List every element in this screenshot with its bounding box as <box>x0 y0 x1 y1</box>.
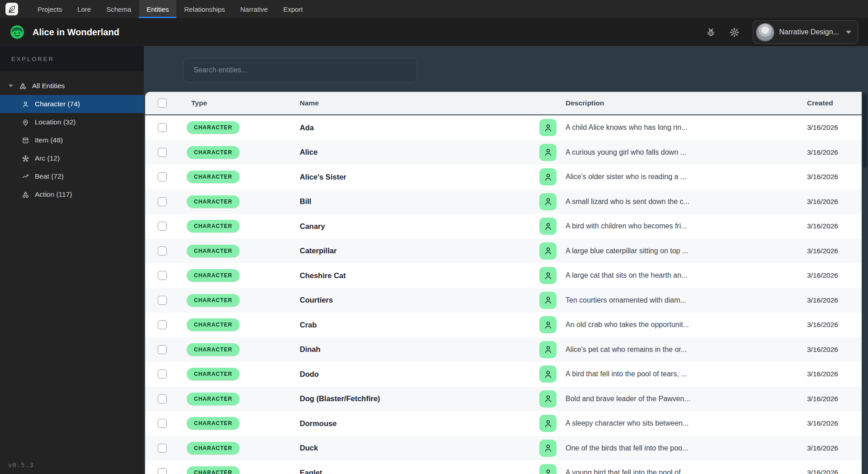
table-header-row: Type Name Description Created <box>145 92 868 115</box>
character-avatar <box>539 292 557 309</box>
entity-name[interactable]: Caterpillar <box>300 246 539 255</box>
type-badge: CHARACTER <box>187 393 240 405</box>
table-row[interactable]: CHARACTERCaterpillarA large blue caterpi… <box>145 239 868 264</box>
entity-name[interactable]: Alice <box>300 148 539 156</box>
app-logo[interactable] <box>5 3 18 15</box>
entity-name[interactable]: Dinah <box>300 345 539 354</box>
entity-name[interactable]: Eaglet <box>300 469 539 474</box>
row-checkbox[interactable] <box>158 444 167 453</box>
row-checkbox[interactable] <box>158 246 167 256</box>
header-actions: Narrative Design... <box>706 20 868 44</box>
entity-name[interactable]: Dormouse <box>300 419 539 428</box>
tab-relationships[interactable]: Relationships <box>176 0 232 18</box>
settings-button[interactable] <box>729 27 740 38</box>
tab-schema[interactable]: Schema <box>99 0 139 18</box>
sidebar-item-character-74[interactable]: Character (74) <box>0 95 144 113</box>
entity-name[interactable]: Bill <box>300 197 539 206</box>
row-checkbox[interactable] <box>158 197 167 206</box>
table-row[interactable]: CHARACTERCanaryA bird with children who … <box>145 214 868 239</box>
tab-entities[interactable]: Entities <box>139 0 176 18</box>
table-row[interactable]: CHARACTERAdaA child Alice knows who has … <box>145 115 868 140</box>
entity-name[interactable]: Ada <box>300 123 539 132</box>
row-checkbox[interactable] <box>158 320 167 329</box>
table-row[interactable]: CHARACTERDog (Blaster/Fetchfire)Bold and… <box>145 387 868 412</box>
sidebar-item-beat-72[interactable]: Beat (72) <box>0 167 144 185</box>
table-body: CHARACTERAdaA child Alice knows who has … <box>145 115 868 474</box>
table-row[interactable]: CHARACTERCheshire CatA large cat that si… <box>145 263 868 288</box>
entity-name[interactable]: Alice's Sister <box>300 173 539 181</box>
entity-description: Ten courtiers ornamented with diam... <box>566 296 807 304</box>
type-badge: CHARACTER <box>187 195 240 208</box>
character-avatar <box>539 267 557 284</box>
entity-created-date: 3/16/2026 <box>807 271 868 280</box>
bug-report-button[interactable] <box>706 27 717 38</box>
character-avatar <box>539 390 557 408</box>
network-icon <box>22 155 29 162</box>
account-menu[interactable]: Narrative Design... <box>753 20 859 44</box>
type-badge: CHARACTER <box>187 417 240 430</box>
row-checkbox[interactable] <box>158 148 167 157</box>
row-checkbox[interactable] <box>158 370 167 379</box>
entity-name[interactable]: Crab <box>300 321 539 329</box>
entity-name[interactable]: Dodo <box>300 370 539 379</box>
expand-caret-icon[interactable] <box>9 85 13 87</box>
sidebar-item-all-entities[interactable]: All Entities <box>0 77 144 95</box>
table-row[interactable]: CHARACTERDodoA bird that fell into the p… <box>145 362 868 387</box>
type-badge: CHARACTER <box>187 294 240 307</box>
tab-export[interactable]: Export <box>275 0 310 18</box>
character-avatar <box>539 365 557 383</box>
table-row[interactable]: CHARACTERCrabAn old crab who takes the o… <box>145 313 868 337</box>
sidebar-item-item-48[interactable]: Item (48) <box>0 131 144 149</box>
table-row[interactable]: CHARACTERDormouseA sleepy character who … <box>145 411 868 436</box>
column-header-description: Description <box>566 99 807 107</box>
table-row[interactable]: CHARACTEREagletA young bird that fell in… <box>145 460 868 474</box>
character-avatar <box>539 316 557 333</box>
row-checkbox[interactable] <box>158 296 167 305</box>
table-row[interactable]: CHARACTERCourtiersTen courtiers ornament… <box>145 288 868 313</box>
sidebar-item-action-117[interactable]: Action (117) <box>0 185 144 204</box>
sidebar-item-label: Character (74) <box>35 100 80 108</box>
select-all-checkbox[interactable] <box>158 99 167 108</box>
tab-projects[interactable]: Projects <box>30 0 70 18</box>
type-badge: CHARACTER <box>187 368 240 380</box>
column-header-name: Name <box>300 99 539 107</box>
scrollbar-thumb[interactable] <box>863 94 867 168</box>
search-input[interactable] <box>183 58 417 82</box>
row-checkbox[interactable] <box>158 345 167 354</box>
entity-tree: All EntitiesCharacter (74)Location (32)I… <box>0 71 144 204</box>
table-row[interactable]: CHARACTERAlice's SisterAlice's older sis… <box>145 165 868 190</box>
row-checkbox[interactable] <box>158 394 167 403</box>
person-icon <box>22 100 29 108</box>
entity-name[interactable]: Cheshire Cat <box>300 271 539 280</box>
entity-created-date: 3/16/2026 <box>807 419 868 427</box>
sidebar-item-label: All Entities <box>32 82 65 90</box>
entity-name[interactable]: Duck <box>300 444 539 452</box>
character-avatar <box>539 440 557 457</box>
sidebar-item-location-32[interactable]: Location (32) <box>0 113 144 131</box>
project-avatar-icon <box>9 24 25 40</box>
row-checkbox[interactable] <box>158 172 167 181</box>
table-row[interactable]: CHARACTERDinahAlice's pet cat who remain… <box>145 337 868 362</box>
explorer-sidebar: EXPLORER All EntitiesCharacter (74)Locat… <box>0 46 144 474</box>
tab-lore[interactable]: Lore <box>70 0 99 18</box>
table-scrollbar[interactable] <box>862 92 868 474</box>
type-badge: CHARACTER <box>187 442 240 455</box>
row-checkbox[interactable] <box>158 419 167 428</box>
row-checkbox[interactable] <box>158 271 167 280</box>
table-row[interactable]: CHARACTERAliceA curious young girl who f… <box>145 140 868 165</box>
entity-name[interactable]: Canary <box>300 222 539 231</box>
table-row[interactable]: CHARACTERBillA small lizard who is sent … <box>145 190 868 214</box>
character-avatar <box>539 119 557 136</box>
entity-description: An old crab who takes the opportunit... <box>566 321 807 329</box>
table-row[interactable]: CHARACTERDuckOne of the birds that fell … <box>145 436 868 461</box>
row-checkbox[interactable] <box>158 222 167 231</box>
column-header-created: Created <box>807 99 868 107</box>
entity-name[interactable]: Courtiers <box>300 296 539 304</box>
entity-name[interactable]: Dog (Blaster/Fetchfire) <box>300 394 539 403</box>
tab-narrative[interactable]: Narrative <box>233 0 276 18</box>
entity-description: Alice's older sister who is reading a ..… <box>566 173 807 181</box>
row-checkbox[interactable] <box>158 468 167 474</box>
chevron-down-icon <box>846 31 851 34</box>
row-checkbox[interactable] <box>158 123 167 132</box>
sidebar-item-arc-12[interactable]: Arc (12) <box>0 149 144 167</box>
